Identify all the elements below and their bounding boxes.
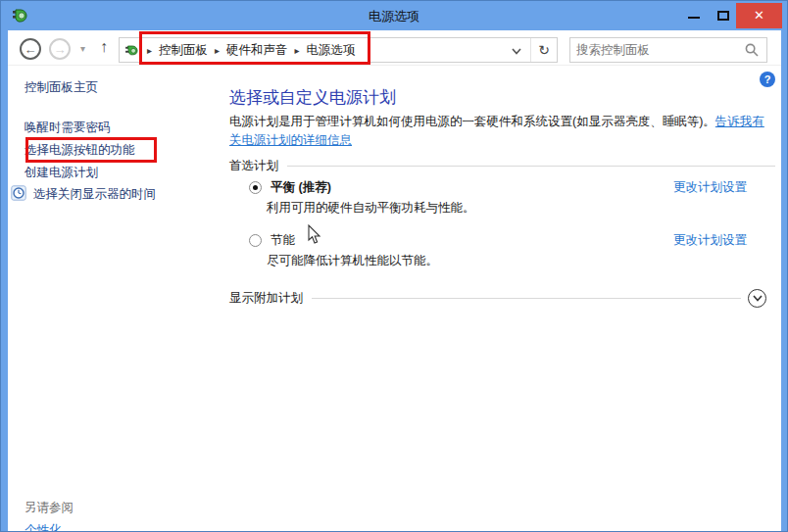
intro-body: 电源计划是用于管理计算机如何使用电源的一套硬件和系统设置(如显示器亮度、睡眠等)… <box>229 115 715 128</box>
address-dropdown-icon[interactable] <box>503 41 530 59</box>
preferred-plans-label: 首选计划 <box>229 158 278 174</box>
additional-plans-label: 显示附加计划 <box>229 290 303 307</box>
history-dropdown-icon[interactable]: ▾ <box>80 43 85 54</box>
see-also-header: 另请参阅 <box>25 500 74 516</box>
help-icon[interactable]: ? <box>760 72 775 87</box>
refresh-icon[interactable]: ↻ <box>531 42 557 58</box>
intro-text: 电源计划是用于管理计算机如何使用电源的一套硬件和系统设置(如显示器亮度、睡眠等)… <box>229 113 775 150</box>
change-plan-settings-link-power-saver[interactable]: 更改计划设置 <box>673 232 747 249</box>
sidebar-link-personalization[interactable]: 个性化 <box>25 522 62 532</box>
plan-desc-power-saver: 尽可能降低计算机性能以节能。 <box>267 253 438 269</box>
plan-name-power-saver[interactable]: 节能 <box>271 232 295 249</box>
search-icon[interactable] <box>745 43 759 57</box>
radio-power-saver[interactable] <box>249 234 262 247</box>
minimize-icon <box>688 17 700 19</box>
plan-row-balanced: 平衡 (推荐) 更改计划设置 <box>249 179 747 197</box>
preferred-plans-group: 首选计划 <box>229 158 775 174</box>
crumb-separator-icon[interactable]: ▸ <box>208 45 226 56</box>
separator-line <box>312 298 741 299</box>
client-area: ← → ▾ ↑ ▸ 控制面板 ▸ 硬件和声音 ▸ 电源选项 <box>8 30 781 532</box>
additional-plans-group: 显示附加计划 <box>229 289 766 308</box>
navigation-bar: ← → ▾ ↑ ▸ 控制面板 ▸ 硬件和声音 ▸ 电源选项 <box>8 30 781 66</box>
maximize-icon <box>717 11 729 21</box>
separator-line <box>287 166 775 167</box>
maximize-button[interactable] <box>711 5 736 26</box>
power-plug-icon-small <box>123 42 140 58</box>
breadcrumb-power-options[interactable]: 电源选项 <box>307 42 356 59</box>
radio-balanced[interactable] <box>249 181 262 194</box>
sidebar-item-require-password[interactable]: 唤醒时需要密码 <box>25 120 111 136</box>
page-title: 选择或自定义电源计划 <box>229 86 396 109</box>
crumb-separator-icon[interactable]: ▸ <box>140 45 159 56</box>
back-button[interactable]: ← <box>20 38 41 60</box>
search-input[interactable] <box>570 43 745 57</box>
titlebar: 电源选项 ✕ <box>1 1 787 30</box>
sidebar-item-create-power-plan[interactable]: 创建电源计划 <box>25 165 98 181</box>
sidebar-item-display-off-time[interactable]: 选择关闭显示器的时间 <box>33 186 156 203</box>
plan-desc-balanced: 利用可用的硬件自动平衡功耗与性能。 <box>267 200 475 217</box>
change-plan-settings-link-balanced[interactable]: 更改计划设置 <box>673 179 747 196</box>
forward-button[interactable]: → <box>49 38 71 60</box>
crumb-separator-icon[interactable]: ▸ <box>288 45 307 56</box>
sidebar-item-control-panel-home[interactable]: 控制面板主页 <box>25 79 98 96</box>
sidebar-item-power-button-function[interactable]: 选择电源按钮的功能 <box>25 142 135 159</box>
breadcrumb-control-panel[interactable]: 控制面板 <box>159 42 208 59</box>
chevron-down-icon <box>753 295 763 302</box>
power-options-window: 电源选项 ✕ ← → ▾ ↑ ▸ 控制面板 ▸ 硬件和声音 ▸ <box>0 0 788 532</box>
expand-additional-plans-button[interactable] <box>748 289 766 308</box>
search-box[interactable] <box>569 37 767 63</box>
window-title: 电源选项 <box>1 8 787 25</box>
address-bar[interactable]: ▸ 控制面板 ▸ 硬件和声音 ▸ 电源选项 ↻ <box>119 37 558 63</box>
plan-name-balanced[interactable]: 平衡 (推荐) <box>271 179 331 196</box>
minimize-button[interactable] <box>681 5 707 26</box>
clock-icon <box>11 185 26 201</box>
up-button[interactable]: ↑ <box>100 38 108 56</box>
plan-row-power-saver: 节能 更改计划设置 <box>249 232 747 250</box>
close-button[interactable]: ✕ <box>736 3 782 28</box>
mouse-cursor <box>308 224 321 245</box>
breadcrumb-hardware-sound[interactable]: 硬件和声音 <box>226 42 288 59</box>
